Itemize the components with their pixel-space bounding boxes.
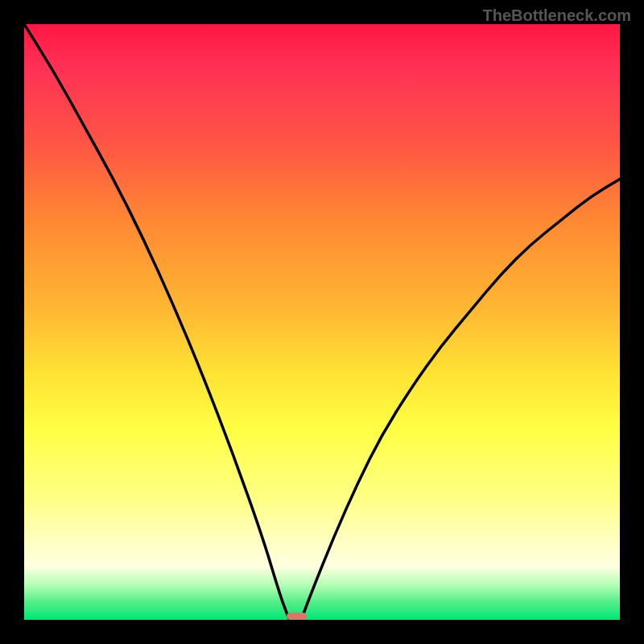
plot-area — [24, 24, 620, 620]
chart-outer: TheBottleneck.com — [0, 0, 644, 644]
curve-left-branch — [24, 24, 289, 620]
minimum-marker — [287, 613, 308, 620]
curve-svg — [24, 24, 620, 620]
curve-right-branch — [301, 179, 620, 620]
watermark-text: TheBottleneck.com — [483, 6, 631, 25]
